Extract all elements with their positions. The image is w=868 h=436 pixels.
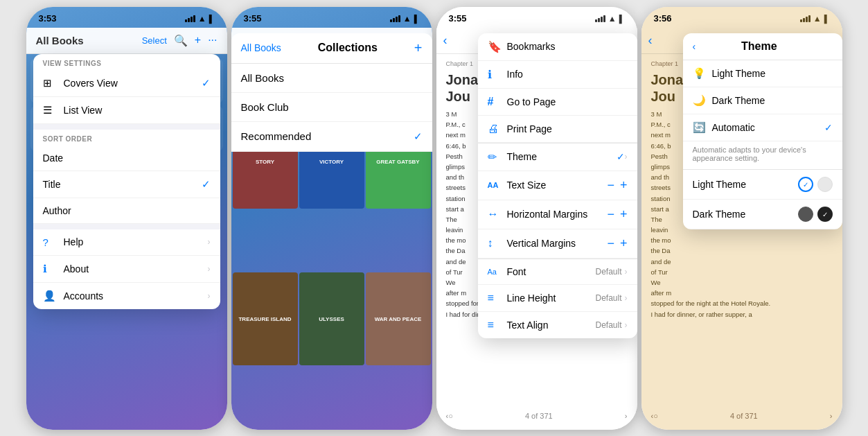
info-icon: ℹ (488, 68, 507, 81)
sort-date-item[interactable]: Date (33, 146, 220, 171)
dark-circles-label: Dark Theme (693, 209, 798, 220)
panel-textsize[interactable]: AA Text Size − + (478, 171, 637, 200)
sort-author-item[interactable]: Author (33, 198, 220, 224)
theme-arrow: › (625, 152, 628, 162)
theme-auto-desc: Automatic adapts to your device's appear… (683, 141, 842, 170)
light-circle-1-wrapper: ✓ (798, 177, 813, 192)
textsize-plus-btn[interactable]: + (620, 178, 628, 193)
screen3: 3:55 ▲ ▌ ‹ Dracula 🔍 (436, 7, 637, 430)
light-circle-2[interactable] (817, 177, 833, 192)
vmargins-minus-btn[interactable]: − (607, 236, 614, 251)
collections-title: Collections (281, 42, 414, 54)
panel-hmargins[interactable]: ↔ Horizontal Margins − + (478, 200, 637, 229)
goto-label: Go to Page (507, 96, 628, 107)
menu-divider-1 (33, 124, 220, 130)
hmargins-plus-btn[interactable]: + (620, 207, 628, 222)
help-item[interactable]: ? Help › (33, 229, 220, 256)
page-indicator-4: ○ (653, 412, 658, 420)
panel-vmargins[interactable]: ↕ Vertical Margins − + (478, 229, 637, 259)
next-page-btn-4[interactable]: › (830, 412, 833, 420)
page-info-4: 4 of 371 (658, 412, 830, 420)
list-icon: ☰ (43, 104, 58, 116)
panel-textalign[interactable]: ≡ Text Align Default › (478, 312, 637, 338)
reading-back-btn-3[interactable]: ‹ (443, 33, 448, 48)
sort-order-header: SORT ORDER (33, 130, 220, 146)
add-icon-1[interactable]: + (195, 34, 201, 46)
collection-recommended-label: Recommended (241, 130, 312, 142)
vmargins-label: Vertical Margins (507, 238, 608, 249)
navbar-1: All Books Select 🔍 + ··· (26, 28, 227, 54)
light-theme-circles-row: Light Theme ✓ (683, 170, 842, 200)
print-icon: 🖨 (488, 123, 507, 135)
accounts-item[interactable]: 👤 Accounts › (33, 283, 220, 309)
help-arrow: › (208, 237, 211, 247)
lineheight-arrow: › (625, 293, 628, 303)
search-icon-1[interactable]: 🔍 (174, 34, 188, 47)
font-label: Font (507, 266, 596, 277)
signal-icon-3 (595, 15, 605, 22)
panel-bookmarks[interactable]: 🔖 Bookmarks (478, 33, 637, 61)
collections-add-btn[interactable]: + (414, 40, 423, 56)
screen4-background: 3:56 ▲ ▌ ‹ Dracula 🔍 (641, 7, 842, 430)
panel-theme[interactable]: ✏ Theme ✓ › (478, 143, 637, 171)
sort-title-item[interactable]: Title ✓ (33, 171, 220, 198)
light-theme-option[interactable]: 💡 Light Theme (683, 60, 842, 87)
font-arrow: › (625, 267, 628, 277)
light-circle-1[interactable]: ✓ (798, 177, 813, 192)
reading-panel-3: 🔖 Bookmarks ℹ Info # Go to Page 🖨 Print … (478, 33, 637, 338)
collection-all-books[interactable]: All Books (231, 64, 432, 93)
screen3-background: 3:55 ▲ ▌ ‹ Dracula 🔍 (436, 7, 637, 430)
screen2: 3:55 ▲ ▌ Recommended Select Ed (231, 7, 432, 430)
reading-back-btn-4[interactable]: ‹ (648, 33, 653, 48)
dark-circle-2[interactable]: ✓ (817, 207, 833, 222)
grid-book-6: WAR AND PEACE (366, 272, 431, 365)
textsize-minus-btn[interactable]: − (607, 178, 614, 193)
panel-print[interactable]: 🖨 Print Page (478, 116, 637, 143)
panel-lineheight[interactable]: ≡ Line Height Default › (478, 285, 637, 312)
theme-icon-panel: ✏ (488, 150, 507, 164)
screen2-background: 3:55 ▲ ▌ Recommended Select Ed (231, 7, 432, 430)
dark-theme-option[interactable]: 🌙 Dark Theme (683, 87, 842, 114)
list-view-item[interactable]: ☰ List View (33, 97, 220, 124)
automatic-theme-label: Automatic (712, 122, 824, 133)
help-icon: ? (43, 236, 58, 248)
battery-icon-4: ▌ (824, 15, 830, 23)
more-icon-1[interactable]: ··· (208, 34, 217, 46)
panel-goto[interactable]: # Go to Page (478, 89, 637, 116)
about-item[interactable]: ℹ About › (33, 256, 220, 283)
hmargins-label: Horizontal Margins (507, 209, 608, 220)
textalign-icon: ≡ (488, 319, 507, 331)
covers-icon: ⊞ (43, 77, 58, 89)
covers-view-item[interactable]: ⊞ Covers View ✓ (33, 70, 220, 97)
hmargins-minus-btn[interactable]: − (607, 207, 614, 222)
about-icon: ℹ (43, 263, 58, 275)
sort-title-check: ✓ (202, 178, 211, 191)
vmargins-plus-btn[interactable]: + (620, 236, 628, 251)
textalign-arrow: › (625, 320, 628, 330)
collection-all-books-label: All Books (241, 72, 285, 84)
automatic-theme-option[interactable]: 🔄 Automatic ✓ (683, 114, 842, 141)
collections-edit-btn[interactable]: All Books (241, 42, 281, 53)
light-theme-icon: 💡 (693, 67, 712, 80)
panel-font[interactable]: Aa Font Default › (478, 259, 637, 285)
panel-info[interactable]: ℹ Info (478, 61, 637, 89)
status-icons-3: ▲ ▌ (595, 14, 625, 24)
collection-recommended[interactable]: Recommended ✓ (231, 122, 432, 152)
menu-divider-2 (33, 224, 220, 229)
accounts-arrow: › (208, 291, 211, 301)
list-label: List View (64, 105, 103, 116)
help-label: Help (64, 236, 84, 247)
dark-circle-1[interactable] (798, 207, 813, 222)
dark-theme-circles-row: Dark Theme ✓ (683, 200, 842, 229)
wifi-icon-2: ▲ (403, 14, 411, 24)
status-bar-3: 3:55 ▲ ▌ (436, 7, 637, 28)
status-bar-1: 3:53 ▲ ▌ (26, 7, 227, 28)
select-btn-1[interactable]: Select (142, 35, 167, 46)
vmargins-icon: ↕ (488, 237, 507, 250)
view-settings-header: VIEW SETTINGS (33, 54, 220, 70)
screen4: 3:56 ▲ ▌ ‹ Dracula 🔍 (641, 7, 842, 430)
next-page-btn-3[interactable]: › (625, 412, 628, 420)
collections-header: All Books Collections + (231, 33, 432, 64)
collection-book-club[interactable]: Book Club (231, 93, 432, 122)
status-bar-2: 3:55 ▲ ▌ (231, 7, 432, 28)
